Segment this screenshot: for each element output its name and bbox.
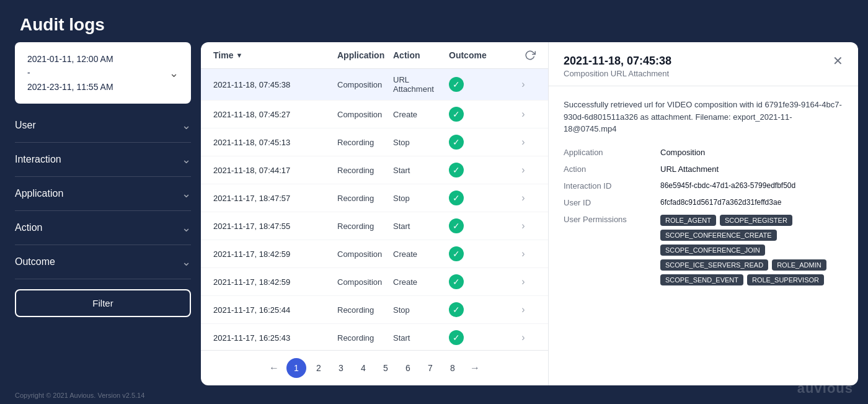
footer: Copyright © 2021 Auvious. Version v2.5.1… xyxy=(0,385,868,404)
cell-chevron: › xyxy=(511,248,536,259)
cell-outcome: ✓ xyxy=(449,163,511,177)
page-8-button[interactable]: 8 xyxy=(443,358,463,378)
date-end: 2021-23-11, 11:55 AM xyxy=(27,80,113,94)
cell-action: Stop xyxy=(393,305,449,315)
filter-user-label: User xyxy=(15,120,36,131)
sidebar-filter-interaction[interactable]: Interaction ⌄ xyxy=(15,143,191,177)
application-field-label: Application xyxy=(564,148,650,157)
cell-chevron: › xyxy=(511,164,536,176)
date-range-picker[interactable]: 2021-01-11, 12:00 AM - 2021-23-11, 11:55… xyxy=(15,42,191,104)
cell-action: Stop xyxy=(393,138,449,147)
date-separator: - xyxy=(27,66,113,79)
sidebar-filter-user[interactable]: User ⌄ xyxy=(15,109,191,143)
table-row[interactable]: 2021-11-18, 07:44:17 Recording Start ✓ › xyxy=(201,156,548,184)
table-header: Time ▼ Application Action Outcome xyxy=(201,42,548,69)
detail-title: 2021-11-18, 07:45:38 xyxy=(564,55,671,68)
page-title: Audit logs xyxy=(20,15,848,35)
user-id-field-label: User ID xyxy=(564,198,650,207)
close-detail-button[interactable]: ✕ xyxy=(833,55,843,67)
cell-chevron: › xyxy=(511,304,536,315)
chevron-right-icon: › xyxy=(521,332,525,343)
sort-icon: ▼ xyxy=(236,52,242,59)
next-page-button[interactable]: → xyxy=(465,360,485,376)
page-6-button[interactable]: 6 xyxy=(398,358,418,378)
col-header-application: Application xyxy=(337,50,393,60)
page-2-button[interactable]: 2 xyxy=(309,358,329,378)
filter-action-label: Action xyxy=(15,222,42,233)
cell-time: 2021-11-17, 16:25:44 xyxy=(213,305,337,315)
cell-outcome: ✓ xyxy=(449,330,511,345)
cell-time: 2021-11-18, 07:45:27 xyxy=(213,110,337,119)
table-row[interactable]: 2021-11-18, 07:45:13 Recording Stop ✓ › xyxy=(201,128,548,156)
table-row[interactable]: 2021-11-17, 18:42:59 Composition Create … xyxy=(201,240,548,268)
prev-page-button[interactable]: ← xyxy=(264,360,284,376)
chevron-right-icon: › xyxy=(521,192,525,204)
chevron-down-icon: ⌄ xyxy=(182,119,191,132)
page-7-button[interactable]: 7 xyxy=(420,358,440,378)
refresh-button[interactable] xyxy=(525,50,536,61)
cell-time: 2021-11-17, 16:25:43 xyxy=(213,333,337,343)
cell-chevron: › xyxy=(511,109,536,120)
cell-application: Recording xyxy=(337,305,393,315)
cell-time: 2021-11-17, 18:42:59 xyxy=(213,249,337,259)
cell-outcome: ✓ xyxy=(449,274,511,289)
cell-time: 2021-11-18, 07:45:38 xyxy=(213,80,337,89)
interaction-id-field-label: Interaction ID xyxy=(564,181,650,191)
cell-action: Create xyxy=(393,110,449,119)
success-icon: ✓ xyxy=(449,107,464,122)
success-icon: ✓ xyxy=(449,163,464,177)
page-5-button[interactable]: 5 xyxy=(376,358,396,378)
table-row[interactable]: 2021-11-18, 07:45:38 Composition URL Att… xyxy=(201,69,548,101)
chevron-right-icon: › xyxy=(521,304,525,315)
cell-action: Start xyxy=(393,333,449,343)
page-4-button[interactable]: 4 xyxy=(353,358,373,378)
table-row[interactable]: 2021-11-17, 18:42:59 Composition Create … xyxy=(201,268,548,296)
cell-application: Recording xyxy=(337,333,393,343)
cell-application: Recording xyxy=(337,222,393,231)
cell-action: Start xyxy=(393,222,449,231)
cell-outcome: ✓ xyxy=(449,246,511,261)
chevron-down-icon: ⌄ xyxy=(182,153,191,166)
cell-time: 2021-11-18, 07:45:13 xyxy=(213,138,337,147)
permission-tag: SCOPE_SEND_EVENT xyxy=(660,274,743,285)
audit-log-table: Time ▼ Application Action Outcome 2021-1… xyxy=(201,42,548,385)
sidebar-filter-application[interactable]: Application ⌄ xyxy=(15,177,191,211)
chevron-down-icon: ⌄ xyxy=(182,187,191,200)
chevron-down-icon: ⌄ xyxy=(182,255,191,269)
filter-button[interactable]: Filter xyxy=(15,289,191,317)
chevron-right-icon: › xyxy=(521,248,525,259)
cell-chevron: › xyxy=(511,276,536,287)
chevron-right-icon: › xyxy=(521,137,525,148)
detail-header: 2021-11-18, 07:45:38 Composition URL Att… xyxy=(549,42,858,86)
cell-chevron: › xyxy=(511,192,536,204)
table-row[interactable]: 2021-11-17, 18:47:57 Recording Stop ✓ › xyxy=(201,184,548,212)
table-row[interactable]: 2021-11-17, 16:25:43 Recording Start ✓ › xyxy=(201,324,548,350)
filter-interaction-label: Interaction xyxy=(15,154,61,165)
cell-chevron: › xyxy=(511,220,536,231)
page-3-button[interactable]: 3 xyxy=(331,358,351,378)
detail-body: Successfully retrieved url for VIDEO com… xyxy=(549,86,858,385)
cell-outcome: ✓ xyxy=(449,135,511,150)
success-icon: ✓ xyxy=(449,135,464,150)
success-icon: ✓ xyxy=(449,246,464,261)
permission-tag: ROLE_ADMIN xyxy=(772,259,826,271)
cell-chevron: › xyxy=(511,332,536,343)
table-row[interactable]: 2021-11-17, 18:47:55 Recording Start ✓ › xyxy=(201,212,548,240)
table-row[interactable]: 2021-11-17, 16:25:44 Recording Stop ✓ › xyxy=(201,296,548,324)
cell-action: URL Attachment xyxy=(393,75,449,94)
table-row[interactable]: 2021-11-18, 07:45:27 Composition Create … xyxy=(201,101,548,128)
chevron-right-icon: › xyxy=(521,164,525,176)
success-icon: ✓ xyxy=(449,218,464,233)
sidebar-filter-outcome[interactable]: Outcome ⌄ xyxy=(15,245,191,279)
col-header-outcome: Outcome xyxy=(449,50,511,60)
permission-tag: ROLE_SUPERVISOR xyxy=(747,274,824,285)
cell-application: Composition xyxy=(337,249,393,259)
permission-tag: SCOPE_CONFERENCE_JOIN xyxy=(660,245,765,256)
sidebar-filter-action[interactable]: Action ⌄ xyxy=(15,211,191,245)
detail-fields: Application Composition Action URL Attac… xyxy=(564,148,843,285)
success-icon: ✓ xyxy=(449,191,464,205)
cell-application: Recording xyxy=(337,166,393,175)
permissions-field-label: User Permissions xyxy=(564,215,650,285)
page-1-button[interactable]: 1 xyxy=(286,358,306,378)
cell-application: Composition xyxy=(337,110,393,119)
